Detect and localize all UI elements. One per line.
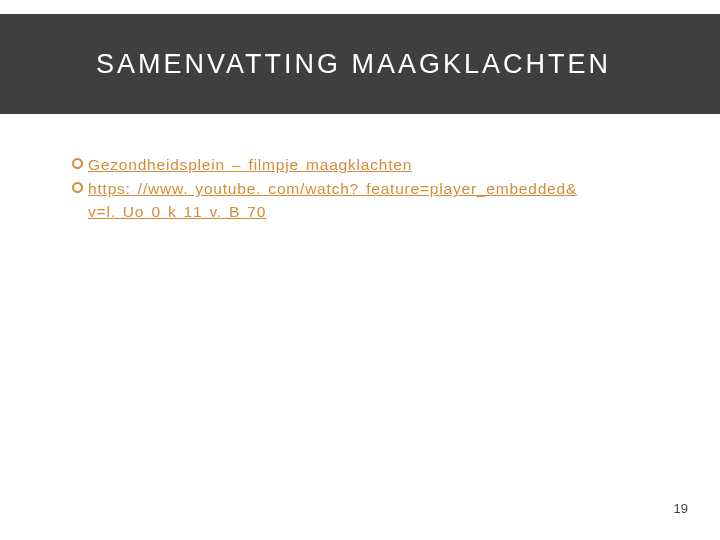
link-youtube[interactable]: https: //www. youtube. com/watch? featur… xyxy=(88,179,577,199)
list-item: Gezondheidsplein – filmpje maagklachten xyxy=(72,155,660,175)
link-youtube-continuation[interactable]: v=l. Uo 0 k 11 v. B 70 xyxy=(88,203,660,221)
slide-title: SAMENVATTING MAAGKLACHTEN xyxy=(96,49,611,80)
list-item: https: //www. youtube. com/watch? featur… xyxy=(72,179,660,199)
title-bar: SAMENVATTING MAAGKLACHTEN xyxy=(0,14,720,114)
slide: SAMENVATTING MAAGKLACHTEN Gezondheidsple… xyxy=(0,0,720,540)
page-number: 19 xyxy=(674,501,688,516)
link-gezondheidsplein[interactable]: Gezondheidsplein – filmpje maagklachten xyxy=(88,155,412,175)
circle-bullet-icon xyxy=(72,182,83,193)
content-area: Gezondheidsplein – filmpje maagklachten … xyxy=(72,155,660,221)
circle-bullet-icon xyxy=(72,158,83,169)
